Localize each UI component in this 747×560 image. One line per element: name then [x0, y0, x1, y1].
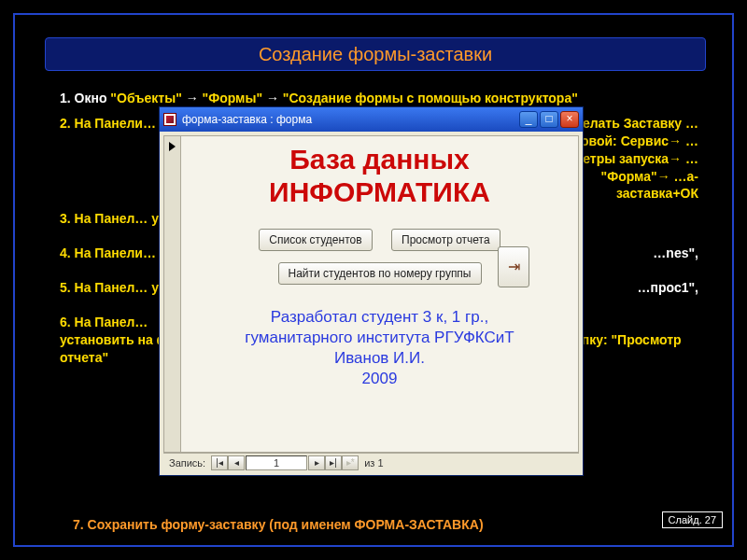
nav-last-button[interactable]: ▸|	[325, 455, 342, 470]
view-report-button[interactable]: Просмотр отчета	[391, 229, 500, 251]
credit-l1: Разработал студент 3 к, 1 гр.,	[271, 308, 488, 326]
slide-title: Создание формы-заставки	[45, 37, 706, 71]
record-selector[interactable]	[164, 136, 181, 452]
step1-forms: "Формы"	[203, 91, 262, 105]
heading-line2: ИНФОРМАТИКА	[269, 176, 490, 207]
window-title-text: форма-заставка : форма	[182, 113, 312, 126]
credit-l2: гуманитарного института РГУФКСиТ	[245, 329, 514, 346]
arrow: →	[186, 91, 203, 105]
slide-number: Слайд. 27	[662, 511, 723, 528]
form-client-area: База данных ИНФОРМАТИКА Список студентов…	[163, 135, 579, 453]
form-heading: База данных ИНФОРМАТИКА	[181, 144, 578, 208]
step5-right: …прос1",	[638, 279, 698, 297]
nav-of-label: из 1	[359, 457, 388, 469]
minimize-button[interactable]: _	[519, 111, 538, 128]
nav-label: Запись:	[163, 457, 211, 469]
nav-current-record[interactable]: 1	[246, 455, 307, 470]
step6-a: 6. На Панел…	[60, 315, 148, 329]
nav-next-button[interactable]: ▸	[308, 455, 325, 470]
students-list-button[interactable]: Список студентов	[259, 229, 372, 251]
step1-create: "Создание формы с помощью конструктора"	[283, 91, 578, 105]
exit-button[interactable]: ⇥	[498, 246, 529, 287]
credit-l4: 2009	[362, 370, 398, 387]
nav-new-button[interactable]: ▸*	[342, 455, 359, 470]
form-window: форма-заставка : форма _ □ × База данных…	[159, 106, 584, 476]
close-button[interactable]: ×	[560, 111, 579, 128]
step7: 7. Сохранить форму-заставку (под именем …	[73, 517, 596, 532]
arrow: →	[266, 91, 283, 105]
record-navigator: Запись: |◂ ◂ 1 ▸ ▸| ▸* из 1	[163, 453, 579, 471]
window-titlebar[interactable]: форма-заставка : форма _ □ ×	[160, 107, 583, 132]
heading-line1: База данных	[289, 144, 469, 175]
app-icon	[163, 113, 176, 126]
nav-first-button[interactable]: |◂	[211, 455, 228, 470]
credit-block: Разработал студент 3 к, 1 гр., гуманитар…	[181, 307, 578, 389]
nav-prev-button[interactable]: ◂	[228, 455, 245, 470]
form-content: База данных ИНФОРМАТИКА Список студентов…	[181, 136, 578, 452]
step1-objects: "Объекты"	[110, 91, 181, 105]
credit-l3: Иванов И.И.	[334, 349, 425, 367]
step1-prefix: 1. Окно	[60, 91, 110, 105]
maximize-button[interactable]: □	[540, 111, 558, 128]
step4-right: …nes",	[653, 245, 698, 262]
find-students-button[interactable]: Найти студентов по номеру группы	[278, 262, 482, 285]
